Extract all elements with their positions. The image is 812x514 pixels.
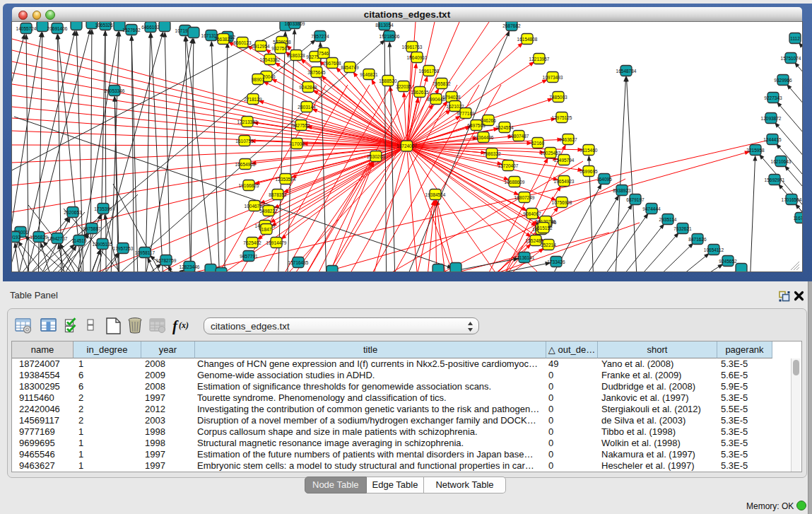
svg-text:21364436: 21364436 (473, 135, 494, 140)
svg-text:417004: 417004 (289, 141, 305, 146)
svg-text:19166825: 19166825 (239, 183, 259, 188)
svg-text:16914479: 16914479 (266, 240, 287, 245)
svg-text:10961763: 10961763 (402, 45, 423, 49)
svg-text:9146821: 9146821 (360, 72, 378, 77)
svg-text:39193: 39193 (12, 235, 20, 240)
svg-text:8938923: 8938923 (613, 188, 631, 193)
svg-text:9327503: 9327503 (271, 46, 290, 51)
svg-text:10543382: 10543382 (260, 57, 281, 62)
svg-text:9245652: 9245652 (719, 259, 737, 264)
svg-text:16961758: 16961758 (419, 69, 440, 74)
svg-text:114519: 114519 (71, 238, 87, 243)
svg-text:15751074: 15751074 (781, 56, 801, 61)
svg-text:10688609: 10688609 (505, 180, 525, 185)
svg-text:7632621: 7632621 (673, 226, 692, 231)
svg-text:9115460: 9115460 (580, 148, 598, 153)
svg-text:17957253: 17957253 (113, 246, 134, 251)
svg-text:10025453: 10025453 (541, 151, 561, 156)
svg-text:8813054: 8813054 (375, 23, 394, 28)
svg-text:19384554: 19384554 (425, 192, 446, 197)
svg-text:9777169: 9777169 (457, 111, 475, 116)
svg-text:6466102: 6466102 (141, 25, 160, 30)
svg-text:15692971: 15692971 (765, 177, 785, 182)
svg-text:1362615: 1362615 (411, 90, 429, 95)
svg-text:9474444: 9474444 (642, 206, 661, 211)
svg-text:12975125: 12975125 (552, 115, 572, 120)
svg-text:1527602: 1527602 (122, 28, 141, 33)
svg-text:10653267: 10653267 (95, 23, 116, 28)
svg-text:7857274: 7857274 (311, 34, 329, 39)
svg-text:252214: 252214 (541, 243, 556, 247)
svg-text:7625402: 7625402 (243, 240, 261, 245)
svg-text:12905135: 12905135 (93, 242, 113, 247)
svg-text:1610755: 1610755 (235, 139, 254, 144)
svg-text:(x): (x) (179, 320, 189, 330)
svg-text:8660123: 8660123 (233, 40, 252, 45)
svg-text:8878352: 8878352 (269, 192, 287, 197)
svg-text:6879197: 6879197 (626, 197, 645, 202)
svg-text:16033809: 16033809 (285, 22, 305, 26)
svg-text:2718129: 2718129 (244, 97, 262, 102)
svg-text:1735399: 1735399 (94, 206, 112, 211)
svg-text:2967608: 2967608 (323, 61, 341, 66)
svg-text:3912954: 3912954 (252, 44, 270, 49)
svg-text:12213383: 12213383 (237, 119, 258, 124)
svg-text:16154808: 16154808 (517, 37, 538, 42)
svg-text:2935114: 2935114 (659, 217, 677, 222)
svg-text:9427552: 9427552 (292, 123, 310, 128)
svg-text:8471626: 8471626 (688, 237, 707, 242)
svg-text:18807249: 18807249 (514, 195, 535, 200)
svg-text:2020653: 2020653 (64, 210, 82, 215)
svg-text:9329966: 9329966 (774, 78, 792, 83)
svg-text:10654112: 10654112 (704, 247, 724, 252)
svg-text:12353594: 12353594 (276, 177, 296, 182)
svg-text:0699695: 0699695 (579, 169, 598, 174)
svg-text:1588520: 1588520 (379, 78, 397, 83)
svg-text:16210643: 16210643 (771, 159, 792, 164)
svg-text:746266: 746266 (481, 118, 496, 123)
svg-text:164095: 164095 (596, 177, 612, 182)
svg-text:9463627: 9463627 (559, 137, 577, 142)
svg-text:7663822: 7663822 (214, 37, 233, 42)
svg-text:7485003: 7485003 (549, 95, 567, 100)
svg-text:15716485: 15716485 (288, 260, 309, 265)
svg-text:16548784: 16548784 (616, 69, 637, 74)
svg-text:12823446: 12823446 (180, 264, 200, 269)
svg-text:7546: 7546 (319, 51, 329, 56)
svg-text:6794028: 6794028 (442, 95, 461, 100)
svg-text:3215958: 3215958 (746, 148, 765, 153)
svg-text:7986322: 7986322 (483, 151, 501, 156)
svg-text:7955812: 7955812 (433, 81, 451, 86)
svg-text:16654908: 16654908 (235, 162, 256, 167)
svg-text:12213957: 12213957 (529, 57, 550, 62)
svg-text:98901: 98901 (252, 77, 264, 82)
svg-text:8186328: 8186328 (287, 53, 305, 58)
svg-text:18724007: 18724007 (396, 144, 417, 148)
svg-text:f: f (172, 317, 179, 334)
svg-text:3875645: 3875645 (307, 70, 326, 75)
svg-text:14136141: 14136141 (514, 255, 535, 260)
svg-text:9975887: 9975887 (83, 226, 101, 231)
svg-text:62160: 62160 (531, 141, 544, 146)
svg-text:1112: 1112 (790, 36, 800, 41)
svg-text:116753: 116753 (793, 216, 802, 221)
svg-text:9242848: 9242848 (299, 85, 317, 90)
svg-text:10756928: 10756928 (552, 200, 572, 205)
svg-text:1356829: 1356829 (30, 235, 48, 240)
svg-text:8454749: 8454749 (341, 65, 359, 70)
svg-text:10973493: 10973493 (543, 75, 563, 80)
svg-text:2803144: 2803144 (298, 105, 316, 110)
svg-text:10807487: 10807487 (509, 134, 529, 139)
svg-text:10046798: 10046798 (245, 204, 265, 209)
svg-text:6497508: 6497508 (467, 123, 486, 128)
svg-text:1244415: 1244415 (763, 137, 782, 142)
svg-text:2530203: 2530203 (367, 154, 385, 159)
svg-text:9227343: 9227343 (764, 95, 782, 100)
svg-text:9457791: 9457791 (240, 254, 258, 259)
svg-text:12093872: 12093872 (761, 116, 782, 121)
svg-text:16782759: 16782759 (156, 258, 177, 263)
svg-text:20053346: 20053346 (105, 88, 125, 93)
svg-text:9084067: 9084067 (523, 211, 541, 216)
svg-text:322035: 322035 (396, 84, 411, 89)
svg-text:15720407: 15720407 (498, 163, 519, 168)
